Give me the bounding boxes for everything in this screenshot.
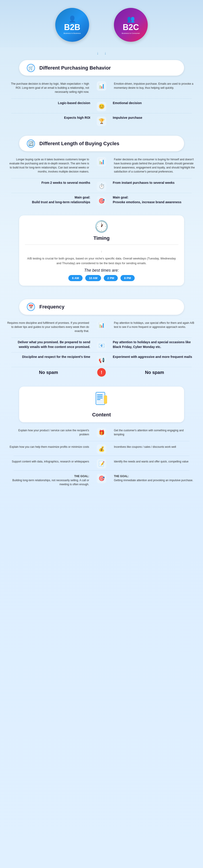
content-section-wrapper: Content Explain how your product / servi… [0,381,203,495]
frequency-center-icon-1: 📊 [93,318,110,330]
buying-cycles-center-icon-2: ⏱️ [93,179,110,191]
time-badge-8pm: 8 PM [121,275,134,281]
svg-text:🔄: 🔄 [28,141,34,146]
best-times-label: The best times are: [25,268,178,273]
timing-section: 🕐 Timing ↓ A/B testing is crucial for bo… [19,215,184,286]
frequency-center-icon-3: 📢 [93,353,110,365]
buying-cycles-right-highlight-1: From instant purchases to several weeks [110,179,199,186]
content-center-icon-4: 🎯 [93,471,110,483]
svg-rect-6 [96,392,105,405]
buying-cycles-center-icon-1: 📊 [93,155,110,166]
content-left-goal: THE GOAL: Building long-term relationshi… [7,471,93,489]
frequency-center-icon-2: 📧 [93,339,110,350]
b2b-label: B2B [64,23,80,31]
buying-cycles-section: 🔄 Different Length of Buying Cycles Long… [0,130,203,210]
buying-cycles-desc-row: Longer buying cycle as it takes business… [4,155,199,176]
frequency-left-desc-1: Requires more discipline and fulfillment… [4,318,93,336]
arrow-deco-1: ↓ ↓ [4,50,199,57]
buying-cycles-left-highlight-2: Main goal: Build trust and long-term rel… [4,194,93,206]
purchasing-behavior-icon: 🛒 [26,63,36,73]
time-badge-6am: 6 AM [68,275,82,281]
content-main-icon [25,391,178,410]
bar-chart-icon-2: 📊 [97,157,106,166]
b2b-logo: 👤 B2B Business to Business [49,4,95,45]
no-spam-right: No spam [110,368,199,377]
content-title: Content [25,412,178,418]
money-icon: 💰 [97,444,106,454]
buying-cycles-highlight-row-1: From 2 weeks to several months ⏱️ From i… [4,179,199,191]
timing-desc: A/B testing is crucial for both groups, … [25,256,178,266]
frequency-icon: 📅 [26,302,36,312]
svg-rect-7 [97,395,103,395]
purchasing-left-highlight-2: Expects high ROI [4,114,93,121]
purchasing-right-highlight-1: Emotional decision [110,100,199,106]
purchasing-behavior-title: Different Purchasing Behavior [39,65,111,71]
purchasing-highlight-row-1: Logic-based decision 😊 Emotional decisio… [4,100,199,111]
content-goal-right-text: Getting immediate attention and provokin… [114,479,193,482]
frequency-left-highlight-1: Deliver what you promised. Be prepared t… [4,339,93,350]
buying-cycles-icon: 🔄 [26,138,36,149]
content-right-2: Incentives like coupons / sales / discou… [110,442,196,452]
purchasing-behavior-title-card: 🛒 Different Purchasing Behavior [19,60,184,75]
exclamation-icon: ! [97,368,106,377]
time-badge-2pm: 2 PM [104,275,118,281]
purchasing-center-icon-1: 📊 [93,79,110,91]
frequency-right-highlight-2: Experiment with aggressive and more freq… [110,353,199,361]
buying-cycles-title: Different Length of Buying Cycles [39,141,119,147]
frequency-right-desc-1: Pay attention to holidays, use special o… [110,318,199,332]
svg-rect-11 [104,396,107,404]
svg-rect-13 [105,398,105,398]
svg-rect-14 [105,399,105,399]
buying-cycles-right-highlight-2: Main goal: Provoke emotions, increase br… [110,194,199,206]
content-goal-row: THE GOAL: Building long-term relationshi… [7,471,196,489]
content-title-card: Content [19,386,184,422]
bottom-spacer [0,495,203,504]
b2c-logo: 👥 B2C Business to Consumer [108,4,154,45]
content-goal-left-text: Building long-term relationships, not ne… [12,479,89,486]
bar-chart-icon: 📊 [97,81,106,91]
content-rows: Explain how your product / service can s… [4,426,199,489]
b2b-person-icon: 👤 [68,16,76,23]
time-badges: 6 AM 10 AM 2 PM 8 PM [25,275,178,281]
frequency-title-card: 📅 Frequency [19,299,184,315]
frequency-title: Frequency [39,304,65,310]
timing-icon: 🕐 [25,220,178,233]
content-center-icon-2: 💰 [93,442,110,454]
content-right-goal: THE GOAL: Getting immediate attention an… [110,471,196,485]
content-row-2: Explain how you can help them maximize p… [7,442,196,454]
target-icon: 🎯 [97,196,106,206]
b2b-sublabel: Business to Business [64,32,81,34]
buying-cycles-title-card: 🔄 Different Length of Buying Cycles [19,136,184,151]
content-row-3: Support content with data, infographics,… [7,457,196,469]
content-row-1: Explain how your product / service can s… [7,426,196,439]
frequency-right-highlight-1: Pay attention to holidays and special oc… [110,339,199,350]
document-icon: 📝 [97,459,106,469]
b2c-circle: 👥 B2C Business to Consumer [114,8,148,42]
emotion-icon: 😊 [97,102,106,111]
svg-text:📅: 📅 [28,304,34,309]
content-left-3: Support content with data, infographics,… [7,457,93,466]
svg-rect-8 [97,396,103,397]
no-spam-left: No spam [4,368,93,377]
goal-label-right: THE GOAL: [114,475,129,478]
goal-label-left: THE GOAL: [74,475,89,478]
buying-cycles-right-desc: Faster decisions as the consumer is buyi… [110,155,199,176]
purchasing-left-highlight-1: Logic-based decision [4,100,93,106]
purchasing-right-highlight-2: Impulsive purchase [110,114,199,121]
buying-cycles-left-desc: Longer buying cycle as it takes business… [4,155,93,176]
svg-text:🛒: 🛒 [28,65,34,70]
purchasing-center-icon-3: 🏆 [93,114,110,126]
purchasing-highlight-row-2: Expects high ROI 🏆 Impulsive purchase [4,114,199,126]
purchasing-desc-row: The purchase decision is driven by logic… [4,79,199,97]
frequency-left-highlight-2: Discipline and respect for the recipient… [4,353,93,361]
no-spam-row: No spam ! No spam [4,368,199,377]
svg-rect-10 [97,399,100,400]
frequency-desc-row-1: Requires more discipline and fulfillment… [4,318,199,336]
timing-section-wrapper: 🕐 Timing ↓ A/B testing is crucial for bo… [0,210,203,293]
frequency-highlight-row-2: Discipline and respect for the recipient… [4,353,199,365]
buying-cycles-highlight-row-2: Main goal: Build trust and long-term rel… [4,194,199,206]
spam-icon-center: ! [93,368,110,377]
content-left-1: Explain how your product / service can s… [7,426,93,439]
frequency-highlight-row-1: Deliver what you promised. Be prepared t… [4,339,199,350]
frequency-section: 📅 Frequency Requires more discipline and… [0,293,203,381]
